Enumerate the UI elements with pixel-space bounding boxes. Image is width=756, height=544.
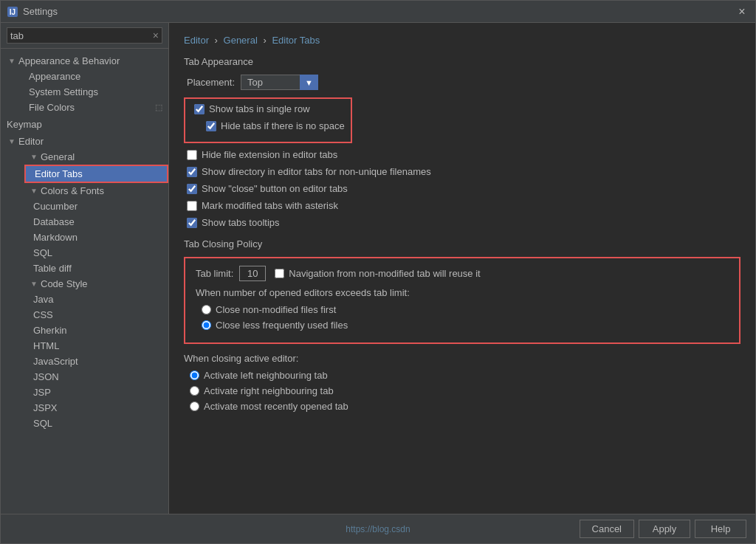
- help-button[interactable]: Help: [695, 520, 746, 538]
- sidebar-item-jspx[interactable]: JSPX: [24, 400, 168, 416]
- radio-row-close-less-frequent: Close less frequently used files: [202, 320, 729, 331]
- show-tooltips-checkbox[interactable]: [187, 218, 197, 228]
- sidebar-item-file-colors[interactable]: File Colors ⬚: [13, 100, 168, 115]
- colors-fonts-children: Cucumber Database Markdown SQL: [13, 199, 168, 276]
- radio-row-close-non-modified: Close non-modified files first: [202, 304, 729, 315]
- activate-right-label[interactable]: Activate right neighbouring tab: [190, 385, 334, 396]
- hide-ext-checkbox[interactable]: [187, 150, 197, 160]
- nav-reuse-text: Navigation from non-modified tab will re…: [289, 268, 480, 279]
- hide-tabs-space-label[interactable]: Hide tabs if there is no space: [194, 120, 345, 131]
- radio-row-activate-recent: Activate most recently opened tab: [190, 401, 740, 412]
- sidebar-tree: ▼ Appearance & Behavior Appearance Syste…: [1, 49, 168, 514]
- checkbox-row-show-close: Show "close" button on editor tabs: [184, 183, 740, 194]
- show-dir-label[interactable]: Show directory in editor tabs for non-un…: [187, 166, 431, 177]
- sidebar-item-system-settings[interactable]: System Settings: [13, 84, 168, 100]
- sidebar-item-jsp[interactable]: JSP: [24, 385, 168, 400]
- apply-button[interactable]: Apply: [639, 520, 690, 538]
- tab-appearance-title: Tab Appearance: [184, 56, 740, 67]
- tab-limit-input[interactable]: [239, 266, 266, 281]
- show-close-label[interactable]: Show "close" button on editor tabs: [187, 183, 348, 194]
- activate-recent-radio[interactable]: [190, 402, 199, 411]
- sidebar-item-html[interactable]: HTML: [24, 338, 168, 354]
- tree-item-editor: ▼ Editor ▼ General Editor Tabs: [1, 132, 168, 433]
- close-less-frequent-radio[interactable]: [202, 320, 211, 330]
- hide-ext-label[interactable]: Hide file extension in editor tabs: [187, 149, 337, 160]
- close-non-modified-label[interactable]: Close non-modified files first: [202, 304, 336, 315]
- arrow-icon: ▼: [29, 186, 39, 196]
- sidebar-item-css[interactable]: CSS: [24, 307, 168, 323]
- sidebar-item-gherkin[interactable]: Gherkin: [24, 323, 168, 338]
- sidebar-item-code-style[interactable]: ▼ Code Style: [13, 276, 168, 292]
- editor-children: ▼ General Editor Tabs ▼ Colors & Fonts: [1, 149, 168, 431]
- show-close-checkbox[interactable]: [187, 184, 197, 194]
- show-tooltips-label[interactable]: Show tabs tooltips: [187, 217, 280, 228]
- sidebar-item-appearance-behavior[interactable]: ▼ Appearance & Behavior: [1, 53, 168, 69]
- show-dir-checkbox[interactable]: [187, 167, 197, 177]
- when-closing-label: When closing active editor:: [184, 353, 740, 364]
- activate-recent-text: Activate most recently opened tab: [204, 401, 348, 412]
- show-tabs-single-checkbox[interactable]: [194, 104, 205, 114]
- nav-reuse-label[interactable]: Navigation from non-modified tab will re…: [275, 268, 480, 279]
- content-area: × ▼ Appearance & Behavior Appearance: [1, 23, 755, 514]
- close-non-modified-radio[interactable]: [202, 305, 211, 314]
- sidebar-item-json[interactable]: JSON: [24, 369, 168, 385]
- arrow-icon: ▼: [7, 137, 17, 147]
- close-button[interactable]: ×: [735, 4, 749, 19]
- activate-recent-label[interactable]: Activate most recently opened tab: [190, 401, 348, 412]
- tab-closing-section: Tab Closing Policy Tab limit: Navigation…: [184, 238, 740, 412]
- placement-dropdown-btn[interactable]: ▼: [300, 75, 318, 90]
- mark-modified-text: Mark modified tabs with asterisk: [202, 200, 338, 211]
- checkbox-row-hide-ext: Hide file extension in editor tabs: [184, 149, 740, 160]
- activate-left-radio[interactable]: [190, 371, 199, 380]
- activate-right-radio[interactable]: [190, 386, 199, 396]
- sidebar-item-markdown[interactable]: Markdown: [24, 230, 168, 245]
- sidebar-item-editor[interactable]: ▼ Editor: [1, 134, 168, 149]
- tree-item-appearance-behavior: ▼ Appearance & Behavior Appearance Syste…: [1, 52, 168, 117]
- checkbox-row-mark-modified: Mark modified tabs with asterisk: [184, 200, 740, 211]
- settings-window: IJ Settings × × ▼ Appearance & Behavior: [0, 0, 756, 544]
- search-input[interactable]: [10, 30, 153, 41]
- when-closing-section: When closing active editor: Activate lef…: [184, 353, 740, 412]
- hide-ext-text: Hide file extension in editor tabs: [202, 149, 337, 160]
- sidebar-item-sql2[interactable]: SQL: [24, 416, 168, 431]
- search-input-wrap: ×: [7, 27, 162, 44]
- mark-modified-checkbox[interactable]: [187, 201, 197, 211]
- file-colors-icon: ⬚: [155, 103, 162, 112]
- sidebar-item-colors-fonts[interactable]: ▼ Colors & Fonts: [13, 183, 168, 199]
- cancel-button[interactable]: Cancel: [580, 520, 634, 538]
- sidebar-item-java[interactable]: Java: [24, 292, 168, 307]
- app-icon: IJ: [7, 6, 18, 18]
- general-children: Editor Tabs: [13, 165, 168, 183]
- sidebar-item-cucumber[interactable]: Cucumber: [24, 199, 168, 214]
- hide-tabs-space-checkbox[interactable]: [206, 121, 216, 131]
- activate-left-label[interactable]: Activate left neighbouring tab: [190, 370, 328, 381]
- search-clear-icon[interactable]: ×: [153, 30, 159, 41]
- sidebar-item-general[interactable]: ▼ General: [13, 149, 168, 165]
- sidebar-item-table-diff[interactable]: Table diff: [24, 261, 168, 276]
- mark-modified-label[interactable]: Mark modified tabs with asterisk: [187, 200, 338, 211]
- close-less-frequent-label[interactable]: Close less frequently used files: [202, 320, 348, 331]
- hide-tabs-space-text: Hide tabs if there is no space: [221, 120, 345, 131]
- closing-radio-group: Activate left neighbouring tab Activate …: [184, 370, 740, 412]
- show-dir-text: Show directory in editor tabs for non-un…: [202, 166, 431, 177]
- highlighted-checkboxes-box: Show tabs in single row Hide tabs if the…: [184, 97, 352, 143]
- close-less-frequent-text: Close less frequently used files: [216, 320, 348, 331]
- show-tabs-single-label[interactable]: Show tabs in single row: [194, 103, 310, 114]
- radio-row-activate-left: Activate left neighbouring tab: [190, 370, 740, 381]
- placement-label: Placement:: [187, 77, 235, 88]
- sidebar-item-editor-tabs[interactable]: Editor Tabs: [24, 165, 168, 183]
- tab-closing-title: Tab Closing Policy: [184, 238, 740, 249]
- sidebar-item-sql[interactable]: SQL: [24, 245, 168, 261]
- nav-reuse-checkbox[interactable]: [275, 269, 284, 278]
- sidebar-item-database[interactable]: Database: [24, 214, 168, 230]
- svg-text:IJ: IJ: [10, 8, 16, 16]
- activate-left-text: Activate left neighbouring tab: [204, 370, 328, 381]
- watermark: https://blog.csdn: [346, 524, 410, 534]
- arrow-icon: ▼: [29, 279, 39, 289]
- show-tabs-single-text: Show tabs in single row: [209, 103, 310, 114]
- sidebar-item-appearance[interactable]: Appearance: [13, 69, 168, 84]
- close-policy-radio-group: Close non-modified files first Close les…: [196, 304, 729, 331]
- placement-value: Top: [241, 75, 300, 90]
- sidebar-item-javascript[interactable]: JavaScript: [24, 354, 168, 369]
- sidebar-item-keymap[interactable]: Keymap: [1, 117, 168, 132]
